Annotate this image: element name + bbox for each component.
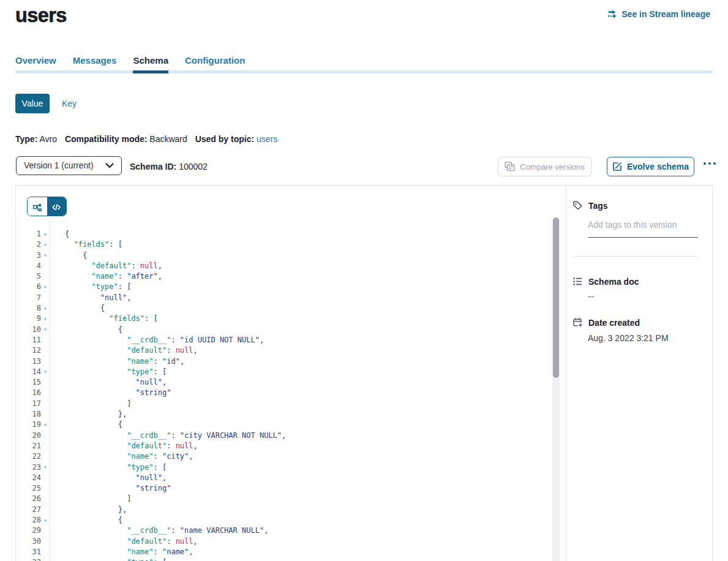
line-number: 17 (16, 399, 41, 409)
line-number: 32 (16, 557, 41, 561)
evolve-schema-label: Evolve schema (627, 162, 689, 171)
code-line-content: "__crdb__": "name VARCHAR NULL", (50, 525, 268, 536)
key-button[interactable]: Key (62, 99, 77, 108)
line-number: 12 (16, 345, 41, 356)
tree-view-button[interactable] (28, 197, 47, 216)
evolve-schema-button[interactable]: Evolve schema (607, 157, 694, 176)
page-title: users (15, 4, 67, 27)
value-key-toggle: Value Key (15, 94, 77, 113)
fold-spacer (41, 525, 50, 536)
code-line-content: { (50, 325, 122, 335)
calendar-plus-icon (572, 317, 583, 328)
line-number: 11 (16, 335, 41, 345)
line-number: 18 (16, 409, 41, 420)
code-line: 16 "string" (16, 388, 566, 398)
chevron-down-icon (105, 163, 114, 168)
fold-arrow-icon[interactable] (41, 420, 50, 430)
fold-arrow-icon[interactable] (41, 557, 50, 561)
fold-spacer (41, 261, 50, 271)
code-line: 12 "default": null, (16, 345, 566, 356)
version-select[interactable]: Version 1 (current) (16, 156, 122, 175)
code-editor[interactable]: 1{2 "fields": [3 {4 "default": null,5 "n… (16, 220, 566, 561)
topic-label: Used by topic: (195, 134, 254, 144)
code-line: 6 "type": [ (16, 282, 566, 292)
fold-arrow-icon[interactable] (41, 367, 50, 377)
code-line-content: "fields": [ (50, 314, 158, 324)
value-button[interactable]: Value (15, 94, 50, 113)
date-created-section: Date created Aug. 3 2022 3:21 PM (572, 317, 697, 343)
fold-spacer (41, 271, 50, 282)
schema-editor-panel: 1{2 "fields": [3 {4 "default": null,5 "n… (15, 185, 713, 561)
see-in-stream-lineage-link[interactable]: See in Stream lineage (608, 9, 710, 19)
code-line-content: "null", (50, 293, 131, 303)
line-number: 23 (16, 462, 41, 473)
code-line: 17 ] (16, 399, 566, 409)
code-line: 26 ] (16, 494, 566, 504)
line-number: 20 (16, 431, 41, 441)
code-line: 10 { (16, 325, 566, 335)
compare-versions-button[interactable]: Compare versions (498, 157, 591, 176)
code-line: 4 "default": null, (16, 261, 566, 271)
fold-spacer (41, 388, 50, 398)
fold-spacer (41, 293, 50, 303)
fold-arrow-icon[interactable] (41, 314, 50, 324)
line-number: 7 (16, 293, 41, 303)
code-line-content: "__crdb__": "city VARCHAR NOT NULL", (50, 431, 286, 441)
schema-id-label: Schema ID: (130, 162, 176, 171)
code-line: 22 "name": "city", (16, 451, 566, 462)
code-view-button[interactable] (47, 197, 67, 216)
code-line-content: "default": null, (50, 345, 198, 356)
fold-spacer (41, 409, 50, 420)
schema-sidebar: Tags Schema doc -- (566, 186, 712, 561)
code-line-content: "type": [ (50, 282, 131, 292)
line-number: 14 (16, 367, 41, 377)
line-number: 2 (16, 239, 41, 250)
fold-spacer (41, 441, 50, 451)
fold-arrow-icon[interactable] (41, 462, 50, 473)
code-line: 20 "__crdb__": "city VARCHAR NOT NULL", (16, 431, 566, 441)
schema-meta-row: Type: Avro Compatibility mode: Backward … (15, 134, 283, 144)
ellipsis-dot (708, 162, 711, 165)
date-created-value: Aug. 3 2022 3:21 PM (588, 333, 697, 343)
code-line: 23 "type": [ (16, 462, 566, 473)
fold-spacer (41, 335, 50, 345)
fold-spacer (41, 356, 50, 367)
code-view-icon (51, 203, 61, 212)
tags-section: Tags (572, 200, 697, 257)
ellipsis-dot (704, 162, 706, 165)
fold-spacer (41, 451, 50, 462)
fold-arrow-icon[interactable] (41, 282, 50, 292)
code-line-content: "name": "after", (50, 271, 162, 282)
fold-spacer (41, 494, 50, 504)
code-line-content: ] (50, 494, 131, 504)
fold-arrow-icon[interactable] (41, 515, 50, 525)
fold-spacer (41, 431, 50, 441)
edit-icon (612, 162, 622, 171)
schema-page: users See in Stream lineage OverviewMess… (0, 0, 728, 561)
ellipsis-dot (713, 162, 716, 165)
fold-arrow-icon[interactable] (41, 239, 50, 250)
more-actions-button[interactable] (700, 155, 719, 172)
fold-spacer (41, 377, 50, 388)
code-line-content: "string" (50, 388, 171, 398)
code-line: 9 "fields": [ (16, 314, 566, 324)
topic-link[interactable]: users (257, 134, 277, 144)
line-number: 28 (16, 515, 41, 525)
fold-arrow-icon[interactable] (41, 229, 50, 239)
fold-arrow-icon[interactable] (41, 325, 50, 335)
add-tags-input[interactable] (588, 217, 698, 238)
tab-schema[interactable]: Schema (133, 55, 168, 75)
schema-doc-value: -- (588, 291, 697, 301)
fold-spacer (41, 505, 50, 515)
code-line-content: }, (50, 505, 127, 515)
sidebar-divider (572, 256, 698, 257)
code-line: 29 "__crdb__": "name VARCHAR NULL", (16, 525, 566, 536)
fold-arrow-icon[interactable] (41, 250, 50, 261)
line-number: 16 (16, 388, 41, 398)
fold-arrow-icon[interactable] (41, 303, 50, 314)
code-line-content: "fields": [ (50, 239, 122, 250)
code-line-content: "__crdb__": "id UUID NOT NULL", (50, 335, 264, 345)
editor-view-toggle (27, 197, 67, 216)
code-line-content: "default": null, (50, 537, 198, 547)
scrollbar-thumb[interactable] (553, 217, 559, 378)
